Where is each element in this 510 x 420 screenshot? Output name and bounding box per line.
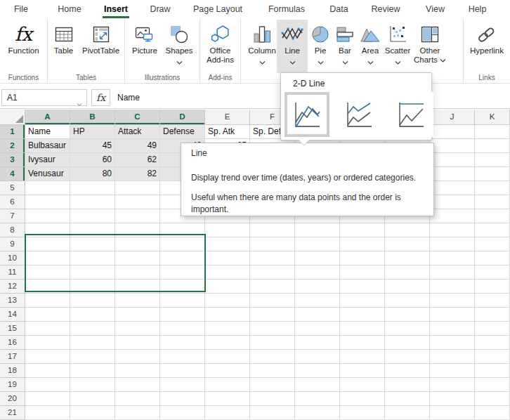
cell-J13[interactable]	[430, 294, 475, 308]
cell-A18[interactable]	[25, 364, 70, 378]
column-chart-button[interactable]: Column	[248, 20, 276, 73]
cell-K8[interactable]	[475, 223, 510, 237]
row-header-16[interactable]: 16	[0, 336, 25, 350]
row-header-21[interactable]: 21	[0, 406, 25, 420]
row-header-17[interactable]: 17	[0, 350, 25, 364]
cell-K1[interactable]	[475, 125, 510, 139]
cell-E14[interactable]	[205, 308, 250, 322]
cell-K21[interactable]	[475, 406, 510, 420]
cell-E21[interactable]	[205, 406, 250, 420]
cell-G10[interactable]	[295, 251, 340, 265]
stacked-line-chart-option[interactable]	[336, 92, 381, 137]
cell-A3[interactable]: Ivysaur	[25, 153, 70, 167]
cell-J7[interactable]	[430, 209, 475, 223]
cell-I9[interactable]	[385, 237, 430, 251]
cell-J5[interactable]	[430, 181, 475, 195]
cell-H15[interactable]	[340, 322, 385, 336]
cell-A14[interactable]	[25, 308, 70, 322]
cell-I18[interactable]	[385, 364, 430, 378]
cell-H17[interactable]	[340, 350, 385, 364]
table-button[interactable]: Table	[50, 20, 78, 73]
formula-input[interactable]: Name	[117, 89, 140, 106]
line-chart-button[interactable]: Line	[277, 20, 308, 73]
cell-J16[interactable]	[430, 336, 475, 350]
cell-A6[interactable]	[25, 195, 70, 209]
cell-F8[interactable]	[250, 223, 295, 237]
cell-C11[interactable]	[115, 265, 160, 280]
cell-B15[interactable]	[70, 322, 115, 336]
cell-C21[interactable]	[115, 406, 160, 420]
row-header-19[interactable]: 19	[0, 378, 25, 392]
cell-I11[interactable]	[385, 265, 430, 280]
column-header-A[interactable]: A	[25, 110, 70, 125]
line-chart-option[interactable]	[285, 92, 329, 137]
cell-B6[interactable]	[70, 195, 115, 209]
cell-F15[interactable]	[250, 322, 295, 336]
tab-help[interactable]: Help	[465, 3, 490, 15]
row-header-11[interactable]: 11	[0, 265, 25, 280]
cell-B8[interactable]	[70, 223, 115, 237]
row-header-10[interactable]: 10	[0, 251, 25, 265]
column-header-E[interactable]: E	[205, 110, 250, 125]
cell-A4[interactable]: Venusaur	[25, 167, 70, 181]
pie-chart-button[interactable]: Pie	[308, 20, 332, 73]
cell-B3[interactable]: 60	[70, 153, 115, 167]
cell-F12[interactable]	[250, 280, 295, 294]
cell-D10[interactable]	[160, 251, 205, 265]
name-box[interactable]: A1	[1, 89, 87, 106]
cell-B11[interactable]	[70, 265, 115, 280]
cell-C18[interactable]	[115, 364, 160, 378]
cell-A15[interactable]	[25, 322, 70, 336]
cell-K4[interactable]	[475, 167, 510, 181]
cell-E17[interactable]	[205, 350, 250, 364]
hundred-percent-stacked-line-chart-option[interactable]	[388, 92, 433, 137]
cell-A2[interactable]: Bulbasaur	[25, 139, 70, 153]
tab-review[interactable]: Review	[370, 3, 402, 15]
cell-G9[interactable]	[295, 237, 340, 251]
cell-I20[interactable]	[385, 392, 430, 406]
cell-C17[interactable]	[115, 350, 160, 364]
cell-J9[interactable]	[430, 237, 475, 251]
tab-home[interactable]: Home	[56, 3, 83, 15]
cell-E12[interactable]	[205, 280, 250, 294]
cell-D17[interactable]	[160, 350, 205, 364]
cell-J11[interactable]	[430, 265, 475, 280]
cell-G16[interactable]	[295, 336, 340, 350]
other-charts-button[interactable]: Other Charts	[412, 20, 447, 73]
cell-G18[interactable]	[295, 364, 340, 378]
cell-E13[interactable]	[205, 294, 250, 308]
cell-K19[interactable]	[475, 378, 510, 392]
row-header-1[interactable]: 1	[0, 125, 25, 139]
cell-K12[interactable]	[475, 280, 510, 294]
cell-K14[interactable]	[475, 308, 510, 322]
cell-K17[interactable]	[475, 350, 510, 364]
row-header-20[interactable]: 20	[0, 392, 25, 406]
cell-D14[interactable]	[160, 308, 205, 322]
row-header-15[interactable]: 15	[0, 322, 25, 336]
cell-B2[interactable]: 45	[70, 139, 115, 153]
cell-C10[interactable]	[115, 251, 160, 265]
cell-J18[interactable]	[430, 364, 475, 378]
cell-C9[interactable]	[115, 237, 160, 251]
column-header-J[interactable]: J	[430, 110, 475, 125]
cell-E11[interactable]	[205, 265, 250, 280]
cell-F18[interactable]	[250, 364, 295, 378]
cell-C20[interactable]	[115, 392, 160, 406]
row-header-5[interactable]: 5	[0, 181, 25, 195]
cell-A13[interactable]	[25, 294, 70, 308]
cell-A5[interactable]	[25, 181, 70, 195]
cell-J4[interactable]	[430, 167, 475, 181]
cell-B5[interactable]	[70, 181, 115, 195]
cell-G15[interactable]	[295, 322, 340, 336]
cell-G20[interactable]	[295, 392, 340, 406]
cell-C2[interactable]: 49	[115, 139, 160, 153]
cell-A17[interactable]	[25, 350, 70, 364]
cell-A7[interactable]	[25, 209, 70, 223]
cell-C4[interactable]: 82	[115, 167, 160, 181]
cell-B20[interactable]	[70, 392, 115, 406]
scatter-chart-button[interactable]: Scatter	[384, 20, 412, 73]
area-chart-button[interactable]: Area	[358, 20, 383, 73]
cell-K9[interactable]	[475, 237, 510, 251]
cell-A21[interactable]	[25, 406, 70, 420]
cell-J6[interactable]	[430, 195, 475, 209]
